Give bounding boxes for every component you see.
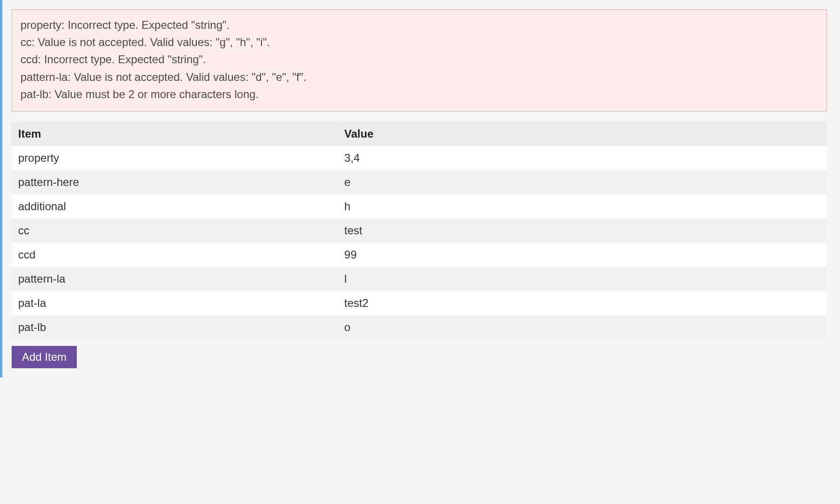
table-cell-item: pat-lb xyxy=(12,315,338,339)
table-header-value: Value xyxy=(338,122,827,146)
table-cell-value: 99 xyxy=(338,243,827,267)
error-line: pattern-la: Value is not accepted. Valid… xyxy=(20,68,818,86)
table-cell-value: e xyxy=(338,170,827,194)
table-cell-item: pattern-here xyxy=(12,170,338,194)
error-line: ccd: Incorrect type. Expected "string". xyxy=(20,51,818,68)
table-header-item: Item xyxy=(12,122,338,146)
table-row[interactable]: additionalh xyxy=(12,194,827,219)
table-cell-item: pattern-la xyxy=(12,267,338,291)
table-row[interactable]: ccd99 xyxy=(12,243,827,267)
table-cell-value: test2 xyxy=(338,291,827,315)
error-line: pat-lb: Value must be 2 or more characte… xyxy=(20,86,818,103)
table-cell-value: 3,4 xyxy=(338,146,827,170)
table-cell-item: cc xyxy=(12,219,338,243)
table-row[interactable]: pattern-lal xyxy=(12,267,827,291)
table-row[interactable]: cctest xyxy=(12,219,827,243)
table-cell-value: o xyxy=(338,315,827,339)
validation-panel: property: Incorrect type. Expected "stri… xyxy=(0,0,840,378)
table-body: property3,4pattern-hereeadditionalhcctes… xyxy=(12,146,827,339)
error-box: property: Incorrect type. Expected "stri… xyxy=(12,9,827,112)
table-cell-item: ccd xyxy=(12,243,338,267)
table-cell-value: l xyxy=(338,267,827,291)
table-row[interactable]: pat-latest2 xyxy=(12,291,827,315)
add-item-button[interactable]: Add Item xyxy=(12,346,77,368)
table-cell-item: pat-la xyxy=(12,291,338,315)
error-line: cc: Value is not accepted. Valid values:… xyxy=(20,33,818,51)
table-row[interactable]: property3,4 xyxy=(12,146,827,170)
table-cell-value: test xyxy=(338,219,827,243)
table-row[interactable]: pattern-heree xyxy=(12,170,827,194)
table-cell-item: property xyxy=(12,146,338,170)
table-row[interactable]: pat-lbo xyxy=(12,315,827,339)
error-line: property: Incorrect type. Expected "stri… xyxy=(20,16,818,33)
item-value-table: Item Value property3,4pattern-hereeaddit… xyxy=(12,122,827,339)
table-cell-item: additional xyxy=(12,194,338,219)
table-cell-value: h xyxy=(338,194,827,219)
